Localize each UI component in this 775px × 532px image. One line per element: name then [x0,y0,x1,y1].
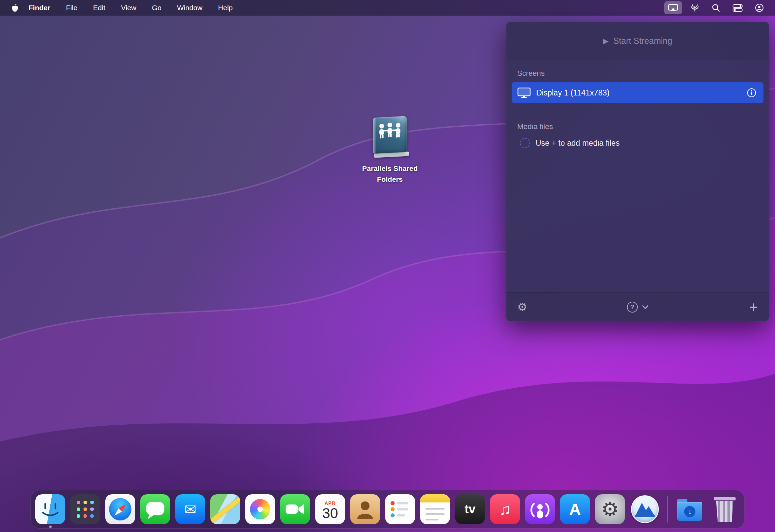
menu-edit[interactable]: Edit [93,4,105,12]
contacts-icon [350,494,380,524]
dock-calendar[interactable]: APR 30 [315,494,345,524]
dock-notes[interactable] [420,494,450,524]
settings-gear-icon[interactable]: ⚙ [517,300,527,314]
dock-reminders[interactable] [385,494,415,524]
dock: ✉ APR 30 [30,490,745,529]
menubar-status-area [664,1,768,15]
download-arrow-icon: ↓ [684,506,696,517]
display-row[interactable]: Display 1 (1141x783) [512,82,763,103]
launchpad-icon [70,494,100,524]
active-app-menu[interactable]: Finder [29,4,50,12]
spotlight-icon[interactable] [708,1,724,15]
user-switch-icon[interactable] [751,1,768,15]
dock-music[interactable]: ♫ [490,494,520,524]
maps-icon [210,494,240,524]
desktop-icon-parallels-shared-folders[interactable]: Parallels Shared Folders [353,116,427,184]
menu-go[interactable]: Go [152,4,161,12]
screens-section-label: Screens [517,69,758,78]
dock-mail[interactable]: ✉ [175,494,205,524]
chevron-down-icon [642,305,649,309]
menubar-left: Finder File Edit View Go Window Help [7,4,248,12]
dock-app-store[interactable]: A [560,494,590,524]
media-hint-text: Use + to add media files [536,139,619,148]
dock-downloads[interactable]: ↓ [675,494,705,524]
info-icon[interactable] [746,88,757,98]
dock-system-preferences[interactable]: ⚙ [595,494,625,524]
apple-logo[interactable] [12,4,18,12]
menu-help[interactable]: Help [218,4,233,12]
apple-tv-icon: tv [455,494,485,524]
help-icon: ? [627,302,638,313]
podcasts-icon [525,494,555,524]
app-store-icon: A [560,494,590,524]
music-icon: ♫ [490,494,520,524]
play-icon: ▶ [603,37,609,45]
menu-file[interactable]: File [66,4,77,12]
dock-finder[interactable] [35,494,65,524]
popup-content: Screens Display 1 (1141x783) Media files… [506,60,769,292]
screen-mirroring-icon[interactable] [664,1,682,14]
calendar-icon: APR 30 [315,494,345,524]
finder-icon [35,494,65,524]
help-menu-button[interactable]: ? [627,302,649,313]
dock-container: ✉ APR 30 [30,490,745,529]
dock-facetime[interactable] [280,494,310,524]
add-media-button[interactable]: + [749,300,758,315]
photos-icon [245,494,275,524]
menu-view[interactable]: View [121,4,136,12]
desktop-icon-label: Parallels Shared Folders [353,163,427,184]
system-preferences-icon: ⚙ [595,494,625,524]
downloads-folder-icon: ↓ [675,494,705,524]
media-placeholder-row[interactable]: Use + to add media files [520,138,763,148]
dock-launchpad[interactable] [70,494,100,524]
dock-messages[interactable] [140,494,170,524]
streaming-app-icon [630,494,660,524]
reminders-icon [385,494,415,524]
dock-photos[interactable] [245,494,275,524]
start-streaming-button[interactable]: ▶ Start Streaming [506,22,769,60]
media-section-label: Media files [517,122,758,131]
control-center-icon[interactable] [729,2,746,14]
messages-icon [140,494,170,524]
shared-folders-drive-icon [368,116,412,158]
popup-toolbar: ⚙ ? + [506,292,769,321]
safari-icon [105,494,135,524]
media-placeholder-icon [520,138,530,148]
dock-podcasts[interactable] [525,494,555,524]
menu-window[interactable]: Window [177,4,202,12]
dock-trash[interactable] [710,494,740,524]
mail-icon: ✉ [175,494,205,524]
display-row-label: Display 1 (1141x783) [536,88,741,97]
calendar-day: 30 [322,506,338,521]
streaming-popup: ▶ Start Streaming Screens Display 1 (114… [506,22,769,321]
menubar: Finder File Edit View Go Window Help [0,0,775,16]
facetime-icon [280,494,310,524]
dock-streaming-app[interactable] [630,494,660,524]
dock-safari[interactable] [105,494,135,524]
dock-contacts[interactable] [350,494,380,524]
trash-icon [710,494,740,524]
dock-apple-tv[interactable]: tv [455,494,485,524]
streaming-status-icon[interactable] [687,1,703,15]
dock-maps[interactable] [210,494,240,524]
display-icon [517,87,531,99]
notes-icon [420,494,450,524]
dock-separator [667,496,668,522]
start-streaming-label: Start Streaming [613,36,672,46]
